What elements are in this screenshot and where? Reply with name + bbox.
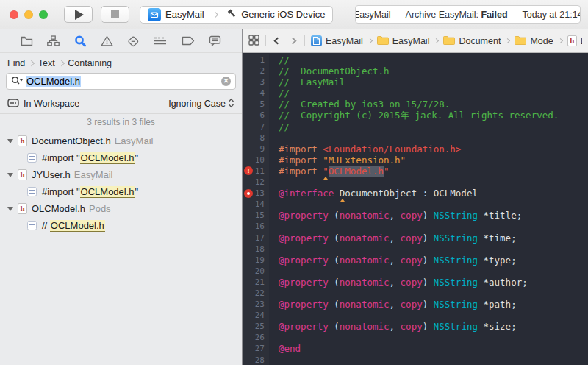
issue-navigator-tab-icon[interactable] xyxy=(101,35,113,46)
line-number[interactable]: 1 xyxy=(243,54,269,65)
line-number[interactable]: 24 xyxy=(243,310,269,321)
code-line[interactable]: 16 xyxy=(243,221,588,232)
minimize-window-button[interactable] xyxy=(24,10,33,19)
line-number[interactable]: 20 xyxy=(243,266,269,277)
code-line[interactable]: 22 xyxy=(243,288,588,299)
line-number[interactable]: 10 xyxy=(243,155,269,166)
result-file-row[interactable]: hDocumentObject.hEasyMail xyxy=(0,132,242,149)
disclosure-triangle-icon[interactable] xyxy=(7,173,13,177)
zoom-window-button[interactable] xyxy=(39,10,48,19)
code-text: @property (nonatomic, copy) NSString *au… xyxy=(269,277,528,288)
code-line[interactable]: 15@property (nonatomic, copy) NSString *… xyxy=(243,210,588,221)
line-number[interactable]: 26 xyxy=(243,332,269,343)
find-navigator-tab-icon[interactable] xyxy=(74,35,87,47)
code-line[interactable]: 9#import <Foundation/Foundation.h> xyxy=(243,143,588,155)
breadcrumb-item[interactable]: EasyMail xyxy=(311,35,363,46)
line-number[interactable]: 19 xyxy=(243,255,269,266)
code-line[interactable]: 23@property (nonatomic, copy) NSString *… xyxy=(243,299,588,310)
go-forward-icon[interactable] xyxy=(290,38,297,45)
result-file-row[interactable]: hOLCModel.hPods xyxy=(0,200,242,217)
code-line[interactable]: 14 xyxy=(243,199,588,210)
source-editor[interactable]: 1//2// DocumentObject.h3// EasyMail4//5/… xyxy=(243,53,588,365)
line-number[interactable]: 5 xyxy=(243,99,269,110)
line-number[interactable]: 9 xyxy=(243,143,269,155)
code-line[interactable]: 18 xyxy=(243,244,588,255)
close-window-button[interactable] xyxy=(10,10,18,19)
issue-dot-icon[interactable] xyxy=(244,189,253,198)
breakpoint-navigator-tab-icon[interactable] xyxy=(182,36,195,46)
folder-icon xyxy=(443,35,455,47)
result-match-row[interactable]: // OCLModel.h xyxy=(0,217,242,234)
project-navigator-tab-icon[interactable] xyxy=(21,35,33,46)
code-line[interactable]: 20 xyxy=(243,266,588,277)
code-line[interactable]: !11#import "OCLModel.h" xyxy=(243,166,588,177)
code-line[interactable]: 24 xyxy=(243,310,588,321)
line-number[interactable]: 22 xyxy=(243,288,269,299)
breadcrumb-item[interactable]: EasyMail xyxy=(377,35,430,47)
breadcrumb-item[interactable]: Document xyxy=(443,35,501,47)
line-number[interactable]: 14 xyxy=(243,199,269,210)
scope-label[interactable]: In Workspace xyxy=(24,99,79,109)
disclosure-triangle-icon[interactable] xyxy=(7,207,13,211)
line-number[interactable]: 16 xyxy=(243,221,269,232)
disclosure-triangle-icon[interactable] xyxy=(7,139,13,143)
code-line[interactable]: 8 xyxy=(243,132,588,143)
line-number[interactable]: 12 xyxy=(243,177,269,188)
activity-viewer[interactable]: EasyMail Archive EasyMail: Failed Today … xyxy=(355,5,581,24)
code-line[interactable]: 13@interface DocumentObject : OCLModel xyxy=(243,188,588,199)
result-match-text: // OCLModel.h xyxy=(42,220,105,231)
go-back-icon[interactable] xyxy=(274,38,282,45)
code-line[interactable]: 26 xyxy=(243,332,588,343)
find-bar-segment[interactable]: Text xyxy=(38,58,55,68)
symbol-navigator-tab-icon[interactable] xyxy=(47,35,60,46)
run-button[interactable] xyxy=(64,6,93,23)
code-line[interactable]: 5// Created by ios3 on 15/7/28. xyxy=(243,99,588,110)
related-items-icon[interactable] xyxy=(248,35,259,48)
breadcrumb-item[interactable]: hDo xyxy=(567,35,582,46)
code-line[interactable]: 17@property (nonatomic, copy) NSString *… xyxy=(243,233,588,244)
result-match-row[interactable]: #import "OCLModel.h" xyxy=(0,149,242,166)
code-line[interactable]: 4// xyxy=(243,88,588,99)
test-navigator-tab-icon[interactable] xyxy=(127,35,140,47)
code-line[interactable]: 12 xyxy=(243,177,588,188)
code-line[interactable]: 28 xyxy=(243,355,588,365)
line-number[interactable]: 4 xyxy=(243,88,269,99)
find-bar-segment[interactable]: Find xyxy=(7,58,25,68)
line-number[interactable]: 2 xyxy=(243,65,269,77)
result-file-row[interactable]: hJYUser.hEasyMail xyxy=(0,166,242,183)
line-number[interactable]: 3 xyxy=(243,77,269,88)
line-number[interactable]: 8 xyxy=(243,132,269,143)
code-line[interactable]: 3// EasyMail xyxy=(243,77,588,88)
line-number[interactable]: 27 xyxy=(243,343,269,354)
line-number[interactable]: 18 xyxy=(243,244,269,255)
result-match-row[interactable]: #import "OCLModel.h" xyxy=(0,183,242,200)
code-line[interactable]: 27@end xyxy=(243,343,588,354)
search-icon[interactable] xyxy=(11,75,23,88)
code-line[interactable]: 6// Copyright (c) 2015年 jack. All rights… xyxy=(243,110,588,121)
line-number[interactable]: 25 xyxy=(243,321,269,332)
code-line[interactable]: 7// xyxy=(243,121,588,132)
line-number[interactable]: 6 xyxy=(243,110,269,121)
line-number[interactable]: 28 xyxy=(243,355,269,365)
report-navigator-tab-icon[interactable] xyxy=(209,35,221,46)
line-number[interactable]: 17 xyxy=(243,233,269,244)
code-line[interactable]: 19@property (nonatomic, copy) NSString *… xyxy=(243,255,588,266)
code-line[interactable]: 21@property (nonatomic, copy) NSString *… xyxy=(243,277,588,288)
find-bar-segment[interactable]: Containing xyxy=(68,58,112,68)
code-line[interactable]: 25@property (nonatomic, copy) NSString *… xyxy=(243,321,588,332)
scheme-selector[interactable]: EasyMail Generic iOS Device xyxy=(140,6,333,24)
stop-button[interactable] xyxy=(101,6,129,23)
clear-search-icon[interactable]: ✕ xyxy=(221,77,231,86)
search-input[interactable]: OCLModel.h ✕ xyxy=(6,73,236,90)
debug-navigator-tab-icon[interactable] xyxy=(154,36,167,46)
line-number[interactable]: 21 xyxy=(243,277,269,288)
chevron-right-icon xyxy=(29,60,35,66)
code-line[interactable]: 2// DocumentObject.h xyxy=(243,65,588,77)
line-number[interactable]: 7 xyxy=(243,121,269,132)
code-line[interactable]: 10#import "MJExtension.h" xyxy=(243,155,588,166)
breadcrumb-item[interactable]: Mode xyxy=(514,35,553,47)
code-line[interactable]: 1// xyxy=(243,54,588,65)
case-mode-select[interactable]: Ignoring Case xyxy=(168,98,234,110)
line-number[interactable]: 15 xyxy=(243,210,269,221)
line-number[interactable]: 23 xyxy=(243,299,269,310)
